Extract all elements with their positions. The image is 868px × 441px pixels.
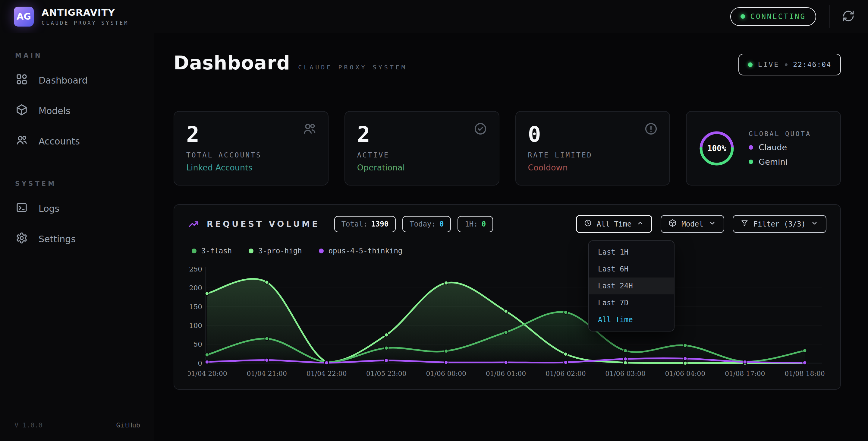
counter-label: Today: [410,220,436,228]
quota-percent: 100% [698,130,735,167]
counter-value: 1390 [371,220,389,228]
live-label: LIVE [758,61,779,68]
status-text: CONNECTING [750,12,806,21]
counter-label: 1H: [465,220,478,228]
live-status-badge: LIVE 22:46:04 [738,54,841,76]
dropdown-item-last-7d[interactable]: Last 7D [589,294,674,311]
header-divider [829,5,830,28]
legend-item-opus-4-5-thinking[interactable]: opus-4-5-thinking [319,247,403,255]
filter-button[interactable]: Filter (3/3) [733,215,827,233]
stat-value: 2 [186,122,316,146]
dropdown-item-last-6h[interactable]: Last 6H [589,261,674,277]
stat-card-total-accounts: 2 TOTAL ACCOUNTS Linked Accounts [174,111,329,185]
dashboard-grid-icon [16,73,28,87]
funnel-icon [741,219,749,229]
page-title: Dashboard [174,52,290,74]
svg-text:0: 0 [198,359,202,367]
svg-text:01/06 02:00: 01/06 02:00 [546,370,586,377]
sidebar-item-models[interactable]: Models [11,96,143,126]
dropdown-item-last-24h[interactable]: Last 24H [589,277,674,294]
live-dot-icon [748,62,752,67]
chevron-down-icon [810,219,818,229]
time-range-dropdown: Last 1H Last 6H Last 24H Last 7D All Tim… [588,240,675,331]
refresh-icon [842,10,855,23]
live-clock: 22:46:04 [793,61,831,68]
gemini-dot-icon [749,159,753,164]
svg-text:150: 150 [189,303,202,311]
claude-dot-icon [749,145,753,150]
hour-counter-badge: 1H: 0 [458,216,493,232]
sidebar-item-label: Models [38,106,70,116]
legend-item-3-flash[interactable]: 3-flash [192,247,232,255]
model-filter-button[interactable]: Model [661,215,724,233]
quota-label: GLOBAL QUOTA [749,130,811,138]
svg-text:01/06 01:00: 01/06 01:00 [486,370,526,377]
counter-label: Total: [341,220,368,228]
sidebar-item-settings[interactable]: Settings [11,224,143,254]
svg-text:01/08 17:00: 01/08 17:00 [725,370,765,377]
sidebar: MAIN Dashboard Models Accounts SYSTEM Lo [0,33,154,441]
gear-icon [16,232,28,246]
app-version: V 1.0.0 [14,421,42,429]
stat-card-active: 2 ACTIVE Operational [344,111,499,185]
box-icon [669,219,677,229]
request-volume-card: REQUEST VOLUME Total: 1390 Today: 0 1H: … [174,204,841,390]
sidebar-section-system: SYSTEM [15,180,143,187]
chevron-up-icon [636,219,644,229]
stat-label: TOTAL ACCOUNTS [186,151,316,159]
app-logo: AG [14,7,34,27]
stat-sublabel: Linked Accounts [186,163,316,172]
svg-text:01/04 20:00: 01/04 20:00 [188,370,227,377]
request-volume-line-chart: 05010015020025001/04 20:0001/04 21:0001/… [188,262,827,380]
cube-icon [16,104,28,118]
sidebar-item-accounts[interactable]: Accounts [11,126,143,156]
users-icon [303,122,316,137]
svg-text:01/08 18:00: 01/08 18:00 [784,370,825,377]
svg-text:01/06 00:00: 01/06 00:00 [426,370,466,377]
legend-item-3-pro-high[interactable]: 3-pro-high [249,247,302,255]
filter-button-label: Filter (3/3) [753,220,806,228]
legend-label: opus-4-5-thinking [329,247,403,255]
svg-text:01/04 21:00: 01/04 21:00 [247,370,287,377]
global-quota-card: 100% GLOBAL QUOTA Claude Gemini [686,111,841,185]
status-dot-icon [741,14,745,19]
quota-legend-label: Claude [758,143,787,152]
brand: AG ANTIGRAVITY CLAUDE PROXY SYSTEM [14,7,129,27]
svg-text:01/05 23:00: 01/05 23:00 [366,370,407,377]
app-subtitle: CLAUDE PROXY SYSTEM [41,20,129,26]
svg-text:100: 100 [189,322,202,329]
connection-status-badge: CONNECTING [730,7,816,26]
sidebar-item-label: Accounts [38,136,80,147]
sidebar-item-label: Settings [38,234,76,244]
time-range-button[interactable]: All Time [576,215,652,233]
main-content: Dashboard CLAUDE PROXY SYSTEM LIVE 22:46… [154,33,868,441]
svg-text:50: 50 [193,340,202,348]
time-range-label: All Time [597,220,632,228]
svg-text:01/04 22:00: 01/04 22:00 [307,370,347,377]
svg-text:250: 250 [189,265,202,273]
app-title: ANTIGRAVITY [41,7,129,18]
sidebar-item-dashboard[interactable]: Dashboard [11,65,143,96]
stat-label: ACTIVE [357,151,487,159]
svg-text:200: 200 [189,284,202,292]
quota-legend-gemini: Gemini [749,157,811,167]
stat-sublabel: Operational [357,163,487,172]
sidebar-item-logs[interactable]: Logs [11,193,143,224]
sidebar-section-main: MAIN [15,52,143,59]
stat-sublabel: Cooldown [528,163,658,172]
series-dot-icon [249,248,253,254]
github-link[interactable]: GitHub [116,421,140,429]
quota-legend-claude: Claude [749,143,811,152]
refresh-button[interactable] [842,10,855,23]
counter-value: 0 [482,220,486,228]
chevron-down-icon [708,219,716,229]
legend-label: 3-pro-high [258,247,302,255]
stat-value: 0 [528,122,658,146]
users-icon [16,134,28,148]
sidebar-item-label: Dashboard [38,75,88,86]
series-dot-icon [319,248,324,254]
app-header: AG ANTIGRAVITY CLAUDE PROXY SYSTEM CONNE… [0,0,868,33]
page-subtitle: CLAUDE PROXY SYSTEM [298,64,407,71]
dropdown-item-last-1h[interactable]: Last 1H [589,244,674,261]
dropdown-item-all-time[interactable]: All Time [589,311,674,328]
